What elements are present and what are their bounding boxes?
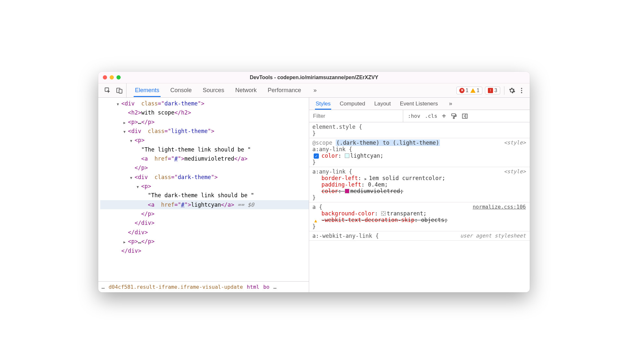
dom-line[interactable]: <p> — [100, 182, 309, 191]
css-property[interactable]: border-left: ▶ 1em solid currentcolor; — [312, 175, 526, 181]
rule-source[interactable]: user agent stylesheet — [460, 233, 526, 239]
new-style-rule-icon[interactable]: + — [442, 112, 446, 120]
dom-line[interactable]: </div> — [100, 246, 309, 255]
dom-line[interactable]: <p> — [100, 136, 309, 145]
content-area: <div class="dark-theme"> <h2>with scope<… — [98, 98, 530, 292]
expand-icon[interactable] — [130, 173, 135, 181]
css-property[interactable]: background-color: transparent; — [312, 210, 526, 217]
style-rule[interactable]: <style>a:any-link {border-left: ▶ 1em so… — [309, 167, 530, 202]
svg-point-3 — [521, 88, 522, 89]
toolbar-left-icons — [98, 83, 127, 97]
dom-tree[interactable]: <div class="dark-theme"> <h2>with scope<… — [98, 98, 309, 281]
subtab-event-listeners[interactable]: Event Listeners — [399, 98, 439, 110]
settings-icon[interactable] — [508, 87, 515, 94]
selector[interactable]: a:any-link { — [312, 146, 526, 152]
hov-toggle[interactable]: :hov — [408, 113, 420, 119]
subtab-styles[interactable]: Styles — [315, 98, 331, 110]
dom-line[interactable]: <a href="#">lightcyan</a> == $0 — [100, 200, 309, 209]
property-checkbox[interactable]: ✓ — [314, 153, 319, 159]
device-toggle-icon[interactable] — [116, 87, 123, 94]
dom-line[interactable]: <p>…</p> — [100, 117, 309, 127]
main-toolbar: Elements Console Sources Network Perform… — [98, 83, 530, 98]
subtab-computed[interactable]: Computed — [339, 98, 366, 110]
styles-filter-row: :hov .cls + — [309, 110, 530, 122]
subtabs-overflow-icon[interactable]: » — [446, 100, 455, 107]
style-rule[interactable]: element.style {} — [309, 122, 530, 138]
dom-line[interactable]: "The dark-theme link should be " — [100, 191, 309, 200]
dom-line[interactable]: </p> — [100, 163, 309, 172]
dom-line[interactable]: <h2>with scope</h2> — [100, 108, 309, 117]
traffic-lights — [103, 75, 121, 79]
maximize-window-button[interactable] — [116, 75, 121, 79]
main-tabs: Elements Console Sources Network Perform… — [127, 83, 455, 97]
console-errors-badge[interactable]: ✕1 1 — [456, 87, 482, 94]
dom-line[interactable]: <p>…</p> — [100, 237, 309, 246]
css-property[interactable]: color: mediumvioletred; — [312, 188, 526, 194]
tab-console[interactable]: Console — [169, 84, 193, 97]
separator — [504, 86, 504, 95]
tab-performance[interactable]: Performance — [266, 84, 302, 97]
computed-panel-icon[interactable] — [462, 113, 468, 119]
tabs-overflow-icon[interactable]: » — [311, 87, 319, 94]
dom-line[interactable]: <div class="dark-theme"> — [100, 99, 309, 108]
paint-icon[interactable] — [451, 113, 457, 119]
toolbar-right: ✕1 1 !3 — [455, 83, 530, 97]
expand-icon[interactable] — [130, 136, 135, 144]
style-rule[interactable]: user agent stylesheeta:-webkit-any-link … — [309, 231, 530, 241]
css-property[interactable]: ✓color: lightcyan; — [312, 152, 526, 159]
color-swatch[interactable] — [381, 211, 386, 216]
elements-pane: <div class="dark-theme"> <h2>with scope<… — [98, 98, 309, 292]
dom-line[interactable]: </div> — [100, 218, 309, 227]
rule-source[interactable]: normalize.css:106 — [473, 204, 526, 210]
rule-source[interactable]: <style> — [504, 168, 526, 175]
color-swatch[interactable] — [345, 153, 349, 158]
breadcrumb-id: d04cf581.result-iframe.iframe-visual-upd… — [109, 284, 243, 290]
kebab-menu-icon[interactable] — [518, 87, 525, 94]
styles-filter-input[interactable] — [309, 110, 403, 122]
css-property[interactable]: padding-left: 0.4em; — [312, 181, 526, 188]
devtools-window: DevTools - codepen.io/miriamsuzanne/pen/… — [98, 72, 530, 292]
breadcrumb-html[interactable]: html — [247, 284, 260, 290]
breadcrumb[interactable]: … d04cf581.result-iframe.iframe-visual-u… — [98, 281, 309, 292]
expand-icon[interactable] — [117, 99, 121, 108]
window-title: DevTools - codepen.io/miriamsuzanne/pen/… — [98, 75, 530, 80]
expand-icon[interactable] — [137, 182, 141, 190]
breadcrumb-trailing: … — [273, 284, 277, 290]
dom-line[interactable]: "The light-theme link should be " — [100, 145, 309, 154]
css-property[interactable]: ▲-webkit-text-decoration-skip: objects; — [312, 217, 526, 223]
titlebar: DevTools - codepen.io/miriamsuzanne/pen/… — [98, 72, 530, 83]
selector[interactable]: a:any-link { — [312, 168, 526, 175]
breadcrumb-body[interactable]: bo — [263, 284, 269, 290]
error-icon: ✕ — [459, 88, 465, 93]
expand-icon[interactable] — [123, 237, 128, 246]
dom-line[interactable]: </p> — [100, 209, 309, 218]
expand-icon[interactable] — [123, 118, 128, 126]
minimize-window-button[interactable] — [110, 75, 114, 79]
svg-rect-7 — [453, 117, 454, 118]
close-window-button[interactable] — [103, 75, 107, 79]
breadcrumb-ellipsis: … — [102, 284, 105, 290]
expand-icon[interactable] — [123, 127, 128, 135]
cls-toggle[interactable]: .cls — [425, 113, 438, 119]
inspect-icon[interactable] — [104, 87, 111, 94]
dom-line[interactable]: <div class="dark-theme"> — [100, 173, 309, 182]
rule-source[interactable]: <style> — [504, 140, 526, 146]
tab-elements[interactable]: Elements — [134, 84, 161, 97]
style-rule[interactable]: <style>@scope (.dark-theme) to (.light-t… — [309, 138, 530, 167]
sidebar-tabs: Styles Computed Layout Event Listeners » — [309, 98, 530, 110]
color-swatch[interactable] — [345, 189, 349, 193]
issues-icon: ! — [488, 88, 493, 93]
dom-line[interactable]: <div class="light-theme"> — [100, 127, 309, 136]
styles-rules-list[interactable]: element.style {}<style>@scope (.dark-the… — [309, 122, 530, 292]
svg-rect-2 — [119, 89, 122, 93]
warning-icon — [470, 88, 476, 93]
dom-line[interactable]: </div> — [100, 228, 309, 237]
selector[interactable]: element.style { — [312, 124, 526, 130]
warning-icon: ▲ — [314, 218, 317, 223]
tab-network[interactable]: Network — [234, 84, 258, 97]
tab-sources[interactable]: Sources — [201, 84, 225, 97]
issues-badge[interactable]: !3 — [485, 87, 500, 94]
subtab-layout[interactable]: Layout — [374, 98, 392, 110]
dom-line[interactable]: <a href="#">mediumvioletred</a> — [100, 154, 309, 163]
style-rule[interactable]: normalize.css:106a {background-color: tr… — [309, 202, 530, 231]
